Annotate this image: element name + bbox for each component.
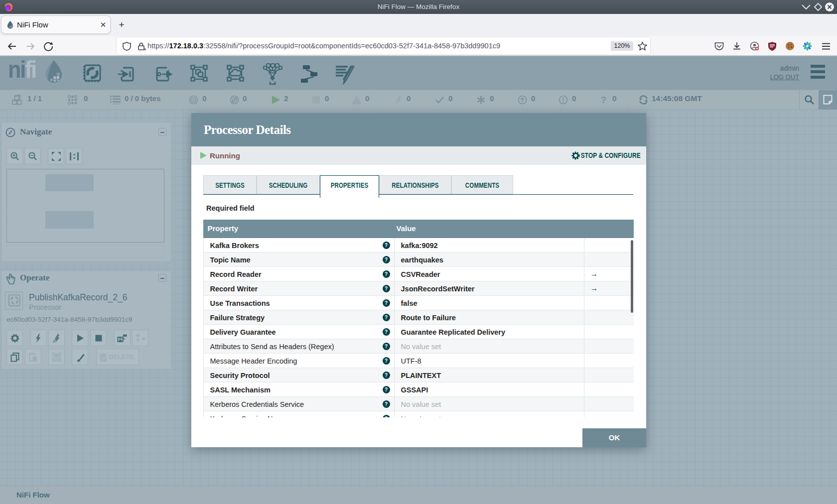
svg-text:?: ? bbox=[601, 95, 606, 105]
